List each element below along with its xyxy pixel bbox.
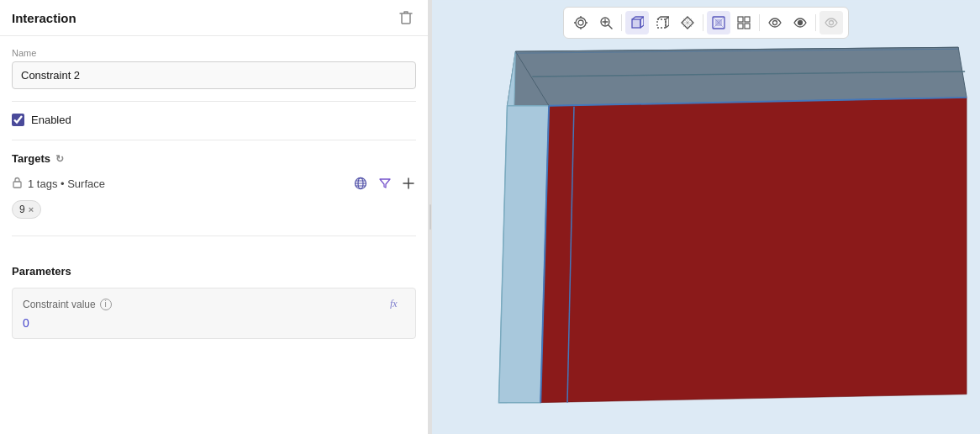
targets-section-title: Targets ↻ [12, 152, 416, 165]
filter-icon [379, 177, 391, 189]
camera-icon [574, 16, 587, 29]
toolbar-sep-4 [815, 14, 816, 31]
zoom-icon [599, 16, 613, 29]
svg-rect-23 [738, 24, 743, 29]
toolbar-eye1-button[interactable] [763, 11, 787, 34]
right-panel [432, 0, 980, 434]
mesh-icon [681, 16, 694, 29]
svg-rect-21 [738, 17, 743, 22]
globe-icon [354, 177, 367, 190]
refresh-icon: ↻ [55, 153, 64, 165]
svg-rect-22 [745, 17, 750, 22]
grid-icon [737, 16, 751, 29]
info-icon[interactable]: i [100, 299, 112, 310]
box-solid-icon [630, 16, 644, 29]
globe-button[interactable] [352, 175, 369, 192]
panel-body: Name Enabled Targets ↻ 1 tags • [0, 36, 428, 434]
svg-rect-16 [657, 19, 666, 28]
delete-button[interactable] [396, 8, 416, 27]
toolbar-grid-button[interactable] [732, 11, 756, 34]
svg-point-27 [830, 21, 834, 25]
toolbar-box-solid-button[interactable] [625, 11, 649, 34]
add-target-button[interactable] [401, 176, 416, 191]
svg-marker-32 [540, 98, 967, 403]
tag-close-button[interactable]: × [29, 204, 34, 214]
toolbar-box-fill-button[interactable] [707, 11, 730, 34]
svg-point-25 [773, 21, 777, 25]
name-field-group: Name [12, 48, 416, 89]
svg-rect-0 [13, 182, 21, 188]
svg-point-4 [578, 20, 583, 25]
divider-2 [12, 140, 416, 140]
enabled-label[interactable]: Enabled [31, 114, 71, 126]
delete-icon [399, 10, 413, 25]
svg-line-11 [609, 25, 612, 29]
svg-rect-14 [632, 19, 640, 28]
box-wire-icon [656, 16, 669, 29]
3d-viewport-svg [432, 0, 980, 434]
toolbar-mesh-button[interactable] [676, 11, 699, 34]
left-panel: Interaction Name Enabled Targets ↻ [0, 0, 429, 434]
enabled-checkbox[interactable] [12, 114, 24, 126]
panel-title: Interaction [12, 11, 76, 25]
toolbar-eye-dim-button[interactable] [819, 11, 843, 34]
tag-chips-row: 9 × [12, 200, 416, 219]
toolbar-eye2-button[interactable] [788, 11, 812, 34]
svg-point-26 [798, 21, 803, 25]
parameters-title: Parameters [12, 265, 416, 278]
toolbar [563, 7, 849, 39]
eye-dim-icon [825, 16, 838, 29]
param-label-row: Constraint value i fx [23, 297, 405, 311]
name-input[interactable] [12, 61, 416, 89]
targets-actions [352, 175, 416, 192]
plus-icon [403, 177, 414, 189]
fx-button[interactable]: fx [390, 297, 405, 311]
toolbar-camera-button[interactable] [569, 11, 593, 34]
svg-text:fx: fx [390, 298, 398, 309]
lock-icon [12, 177, 23, 191]
panel-header: Interaction [0, 0, 428, 36]
tag-chip-9: 9 × [12, 200, 41, 219]
parameters-section: Parameters Constraint value i fx 0 [12, 265, 416, 339]
divider-1 [12, 101, 416, 102]
viewport[interactable] [432, 0, 980, 434]
svg-rect-24 [745, 24, 750, 29]
fx-icon: fx [390, 297, 405, 309]
param-value: 0 [23, 316, 405, 330]
divider-3 [12, 236, 416, 236]
targets-row: 1 tags • Surface [12, 175, 416, 192]
eye2-icon [793, 16, 807, 29]
toolbar-sep-2 [703, 14, 703, 31]
toolbar-zoom-button[interactable] [594, 11, 618, 34]
toolbar-sep-1 [621, 14, 622, 31]
toolbar-box-wire-button[interactable] [651, 11, 674, 34]
svg-point-5 [576, 18, 586, 28]
filter-button[interactable] [377, 176, 393, 191]
tag-value: 9 [19, 204, 25, 215]
toolbar-sep-3 [759, 14, 760, 31]
eye1-icon [768, 16, 782, 29]
targets-info: 1 tags • Surface [12, 177, 105, 191]
param-box: Constraint value i fx 0 [12, 288, 416, 339]
enabled-row: Enabled [12, 114, 416, 126]
param-label: Constraint value i [23, 299, 112, 310]
name-label: Name [12, 48, 416, 58]
box-fill-icon [712, 16, 725, 29]
targets-info-text: 1 tags • Surface [28, 177, 105, 190]
